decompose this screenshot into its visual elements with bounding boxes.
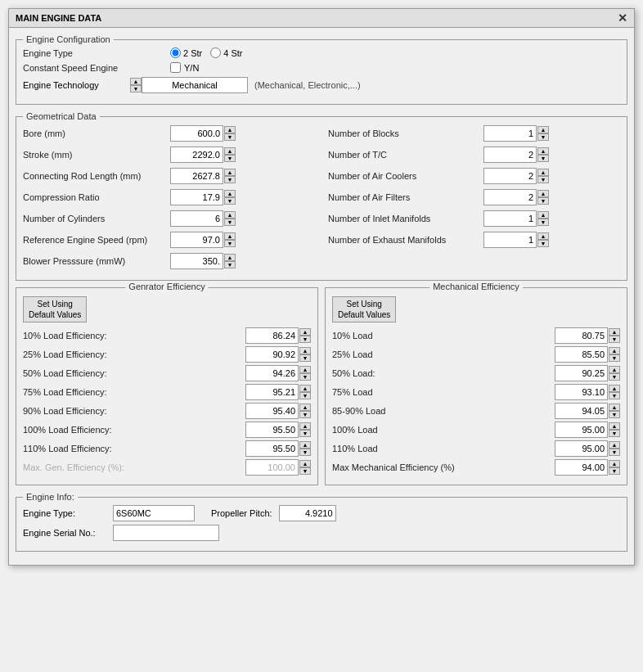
geo-left-up-1[interactable]: ▲ (224, 147, 236, 155)
gen-eff-up-7[interactable]: ▲ (299, 460, 311, 467)
mech-eff-down-5[interactable]: ▼ (609, 430, 620, 437)
gen-eff-up-3[interactable]: ▲ (299, 385, 311, 392)
geo-left-up-3[interactable]: ▲ (224, 190, 236, 197)
mech-eff-down-6[interactable]: ▼ (609, 449, 620, 456)
mech-eff-down-3[interactable]: ▼ (609, 392, 620, 399)
geo-left-down-0[interactable]: ▼ (224, 133, 236, 141)
engine-serial-input[interactable] (113, 525, 219, 541)
geo-left-down-4[interactable]: ▼ (224, 219, 236, 226)
gen-eff-input-2[interactable] (245, 365, 299, 381)
gen-eff-input-6[interactable] (245, 440, 299, 457)
geo-right-down-5[interactable]: ▼ (537, 240, 549, 247)
geo-right-down-2[interactable]: ▼ (537, 176, 549, 183)
mech-eff-down-1[interactable]: ▼ (609, 354, 620, 362)
gen-eff-up-2[interactable]: ▲ (299, 366, 311, 373)
mech-eff-up-3[interactable]: ▲ (609, 385, 620, 392)
geo-left-input-4[interactable] (170, 210, 223, 227)
gen-eff-input-7[interactable] (245, 459, 299, 476)
gen-eff-label-1: 25% Load Efficiency: (23, 350, 245, 359)
mechanical-default-btn[interactable]: Set Using Default Values (332, 296, 396, 322)
generator-default-btn[interactable]: Set Using Default Values (23, 296, 87, 322)
geo-left-down-2[interactable]: ▼ (224, 176, 236, 183)
mech-eff-up-1[interactable]: ▲ (609, 347, 620, 354)
geo-right-input-3[interactable] (483, 189, 537, 205)
gen-eff-down-7[interactable]: ▼ (299, 467, 311, 475)
close-button[interactable]: ✕ (618, 12, 627, 24)
geo-left-up-4[interactable]: ▲ (224, 211, 236, 219)
mech-eff-down-2[interactable]: ▼ (609, 373, 620, 381)
mech-eff-input-1[interactable] (555, 346, 608, 363)
geo-left-input-3[interactable] (170, 189, 223, 205)
gen-eff-down-1[interactable]: ▼ (299, 354, 311, 362)
geo-left-input-6[interactable] (170, 253, 223, 269)
mech-eff-down-4[interactable]: ▼ (609, 411, 620, 418)
mech-eff-up-2[interactable]: ▲ (609, 366, 620, 373)
geo-right-input-2[interactable] (483, 168, 537, 184)
geo-right-up-0[interactable]: ▲ (537, 126, 549, 133)
geo-left-up-2[interactable]: ▲ (224, 169, 236, 176)
mech-eff-input-6[interactable] (555, 440, 608, 457)
geo-right-up-3[interactable]: ▲ (537, 190, 549, 197)
gen-eff-input-5[interactable] (245, 422, 299, 438)
gen-eff-input-4[interactable] (245, 403, 299, 419)
mech-eff-input-3[interactable] (555, 384, 608, 400)
geo-right-input-4[interactable] (483, 210, 537, 227)
geo-left-up-5[interactable]: ▲ (224, 232, 236, 240)
geo-left-down-5[interactable]: ▼ (224, 240, 236, 247)
gen-eff-up-1[interactable]: ▲ (299, 347, 311, 354)
geo-left-input-2[interactable] (170, 168, 223, 184)
geo-right-up-2[interactable]: ▲ (537, 169, 549, 176)
radio-2str[interactable] (170, 47, 181, 58)
geo-left-down-1[interactable]: ▼ (224, 155, 236, 162)
propeller-input[interactable] (279, 505, 336, 521)
geo-right-input-1[interactable] (483, 147, 537, 163)
gen-eff-down-4[interactable]: ▼ (299, 411, 311, 418)
engine-tech-up-btn[interactable]: ▲ (130, 78, 142, 85)
mech-eff-down-0[interactable]: ▼ (609, 336, 620, 343)
constant-speed-checkbox[interactable] (170, 62, 181, 73)
mech-eff-up-5[interactable]: ▲ (609, 422, 620, 430)
engine-type-info-input[interactable] (113, 505, 195, 521)
geo-left-down-3[interactable]: ▼ (224, 197, 236, 205)
geo-left-input-1[interactable] (170, 147, 223, 163)
gen-eff-input-1[interactable] (245, 346, 299, 363)
geo-left-down-6[interactable]: ▼ (224, 261, 236, 268)
engine-tech-down-btn[interactable]: ▼ (130, 85, 142, 92)
geo-left-input-5[interactable] (170, 232, 223, 248)
gen-eff-up-0[interactable]: ▲ (299, 328, 311, 336)
gen-eff-down-6[interactable]: ▼ (299, 449, 311, 456)
mech-eff-up-6[interactable]: ▲ (609, 441, 620, 449)
gen-eff-down-2[interactable]: ▼ (299, 373, 311, 381)
mech-eff-input-5[interactable] (555, 422, 608, 438)
gen-eff-up-4[interactable]: ▲ (299, 404, 311, 411)
mech-eff-down-7[interactable]: ▼ (609, 467, 620, 475)
gen-eff-up-5[interactable]: ▲ (299, 422, 311, 430)
gen-eff-down-5[interactable]: ▼ (299, 430, 311, 437)
radio-4str[interactable] (210, 47, 221, 58)
mech-eff-up-4[interactable]: ▲ (609, 404, 620, 411)
gen-eff-down-0[interactable]: ▼ (299, 336, 311, 343)
geo-right-up-1[interactable]: ▲ (537, 147, 549, 155)
geo-right-up-5[interactable]: ▲ (537, 232, 549, 240)
geo-right-input-0[interactable] (483, 125, 537, 142)
mech-eff-input-7[interactable] (555, 459, 608, 476)
gen-eff-input-0[interactable] (245, 327, 299, 344)
mech-eff-up-7[interactable]: ▲ (609, 460, 620, 467)
geo-right-up-4[interactable]: ▲ (537, 211, 549, 219)
mech-eff-input-2[interactable] (555, 365, 608, 381)
geo-left-up-6[interactable]: ▲ (224, 254, 236, 261)
gen-eff-down-3[interactable]: ▼ (299, 392, 311, 399)
gen-eff-input-3[interactable] (245, 384, 299, 400)
mech-eff-input-4[interactable] (555, 403, 608, 419)
geo-left-input-0[interactable] (170, 125, 223, 142)
geo-right-input-5[interactable] (483, 232, 537, 248)
geo-right-down-3[interactable]: ▼ (537, 197, 549, 205)
geo-left-up-0[interactable]: ▲ (224, 126, 236, 133)
geo-right-down-4[interactable]: ▼ (537, 219, 549, 226)
geo-right-down-1[interactable]: ▼ (537, 155, 549, 162)
geo-right-down-0[interactable]: ▼ (537, 133, 549, 141)
engine-tech-input[interactable] (142, 77, 248, 93)
mech-eff-up-0[interactable]: ▲ (609, 328, 620, 336)
mech-eff-input-0[interactable] (555, 327, 608, 344)
gen-eff-up-6[interactable]: ▲ (299, 441, 311, 449)
